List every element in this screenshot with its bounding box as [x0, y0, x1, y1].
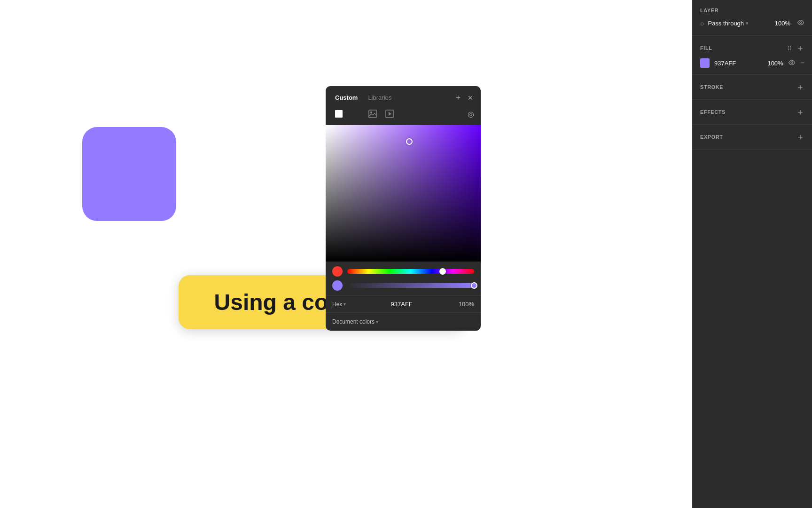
fill-item: 937AFF 100% − — [700, 58, 804, 68]
layer-opacity-value: 100% — [773, 20, 790, 27]
doc-colors-label[interactable]: Document colors ▾ — [332, 318, 378, 325]
effects-add-button[interactable]: ＋ — [796, 106, 804, 118]
color-preview-red — [332, 266, 343, 277]
fill-section-title: Fill — [700, 45, 788, 51]
opacity-slider[interactable] — [347, 283, 474, 288]
tab-libraries[interactable]: Libraries — [366, 94, 393, 101]
blend-mode-selector[interactable]: Pass through ▾ — [708, 20, 769, 27]
effects-section-title: Effects — [700, 109, 796, 115]
opacity-circle-icon[interactable]: ◎ — [468, 110, 474, 119]
fill-hex-value[interactable]: 937AFF — [714, 60, 761, 67]
export-section: Export ＋ — [693, 125, 812, 150]
doc-colors-chevron: ▾ — [376, 319, 378, 325]
gradient-icon-btn[interactable] — [349, 107, 362, 120]
color-preview-purple — [332, 280, 343, 291]
fill-grid-icon[interactable]: ⁝⁝ — [788, 44, 791, 52]
picker-icons-row: ◎ — [326, 107, 481, 125]
hex-chevron-icon: ▾ — [344, 302, 346, 307]
fill-header: Fill ⁝⁝ ＋ — [700, 42, 804, 54]
fill-opacity-value: 100% — [765, 60, 783, 67]
stroke-section: Stroke ＋ — [693, 75, 812, 100]
layer-visibility-icon[interactable] — [797, 19, 804, 28]
color-picker-panel: Custom Libraries ＋ ✕ — [326, 86, 481, 331]
tab-custom[interactable]: Custom — [333, 94, 359, 101]
fill-section: Fill ⁝⁝ ＋ 937AFF 100% − — [693, 36, 812, 75]
svg-rect-0 — [335, 110, 343, 118]
add-icon[interactable]: ＋ — [454, 93, 462, 103]
canvas: Using a color picker Custom Libraries ＋ … — [0, 0, 692, 508]
hex-input[interactable] — [351, 301, 453, 308]
svg-point-8 — [791, 62, 793, 64]
svg-rect-1 — [352, 110, 359, 118]
hue-slider-row — [332, 266, 474, 277]
svg-marker-6 — [389, 112, 391, 116]
fill-remove-button[interactable]: − — [800, 59, 804, 67]
fill-add-button[interactable]: ＋ — [796, 42, 804, 54]
document-colors-row: Document colors ▾ — [326, 312, 481, 331]
svg-rect-2 — [352, 110, 359, 118]
layer-section-title: Layer — [700, 8, 804, 13]
solid-icon-btn[interactable] — [332, 107, 345, 120]
opacity-thumb — [471, 282, 477, 289]
sliders-area — [326, 262, 481, 295]
effects-section: Effects ＋ — [693, 100, 812, 125]
stroke-section-title: Stroke — [700, 84, 796, 90]
fill-visibility-icon[interactable] — [788, 59, 796, 68]
purple-shape[interactable] — [82, 127, 176, 221]
image-icon-btn[interactable] — [366, 107, 379, 120]
svg-rect-3 — [369, 110, 376, 118]
svg-point-4 — [370, 111, 372, 113]
opacity-slider-row — [332, 280, 474, 291]
fill-color-swatch[interactable] — [700, 58, 710, 68]
svg-point-7 — [800, 22, 802, 24]
hue-slider[interactable] — [347, 269, 474, 274]
gradient-area[interactable] — [326, 125, 481, 262]
layer-section: Layer ○ Pass through ▾ 100% — [693, 0, 812, 36]
export-add-button[interactable]: ＋ — [796, 131, 804, 143]
layer-row: ○ Pass through ▾ 100% — [700, 19, 804, 28]
export-section-title: Export — [700, 134, 796, 140]
hex-label[interactable]: Hex ▾ — [332, 301, 346, 308]
stroke-add-button[interactable]: ＋ — [796, 81, 804, 93]
video-icon-btn[interactable] — [383, 107, 396, 120]
blend-mode-chevron: ▾ — [746, 20, 749, 26]
right-panel: Layer ○ Pass through ▾ 100% Fill ⁝⁝ ＋ — [692, 0, 812, 508]
picker-header: Custom Libraries ＋ ✕ — [326, 86, 481, 107]
hex-opacity-value: 100% — [457, 301, 474, 308]
close-icon[interactable]: ✕ — [468, 94, 473, 102]
layer-circle-icon: ○ — [700, 20, 704, 27]
hex-row: Hex ▾ 100% — [326, 295, 481, 312]
hue-thumb — [439, 268, 446, 275]
